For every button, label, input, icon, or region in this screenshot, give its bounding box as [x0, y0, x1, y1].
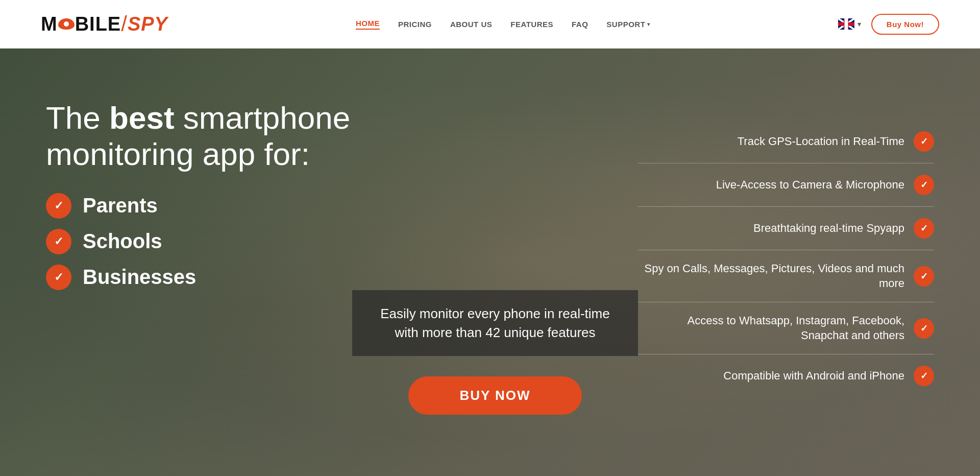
audience-label-schools: Schools — [83, 230, 162, 253]
feature-row: Compatible with Android and iPhone ✓ — [638, 354, 934, 397]
nav-about-us[interactable]: ABOUT US — [450, 20, 492, 29]
logo-eye-icon — [58, 18, 75, 30]
hero-audience-list: ✓ Parents ✓ Schools ✓ Businesses — [46, 193, 352, 290]
feature-text-camera: Live-Access to Camera & Microphone — [716, 178, 904, 193]
hero-section: The best smartphonemonitoring app for: ✓… — [0, 49, 980, 476]
feature-row: Track GPS-Location in Real-Time ✓ — [638, 120, 934, 163]
hero-content: The best smartphonemonitoring app for: ✓… — [0, 49, 980, 476]
check-icon-camera: ✓ — [914, 175, 934, 195]
feature-row: Access to Whatsapp, Instagram, Facebook,… — [638, 302, 934, 354]
check-icon-schools: ✓ — [46, 229, 71, 254]
list-item: ✓ Parents — [46, 193, 352, 219]
check-icon-spyapp: ✓ — [914, 218, 934, 239]
feature-row: Live-Access to Camera & Microphone ✓ — [638, 163, 934, 207]
list-item: ✓ Schools — [46, 229, 352, 254]
nav-faq[interactable]: FAQ — [572, 20, 588, 29]
nav-features[interactable]: FEATURES — [510, 20, 553, 29]
buy-now-header-button[interactable]: Buy Now! — [871, 14, 939, 35]
language-dropdown-icon: ▾ — [857, 20, 861, 28]
feature-text-calls: Spy on Calls, Messages, Pictures, Videos… — [638, 261, 904, 291]
hero-right-column: Track GPS-Location in Real-Time ✓ Live-A… — [638, 79, 934, 445]
check-icon-parents: ✓ — [46, 193, 71, 219]
buy-now-hero-button[interactable]: BUY NOW — [408, 376, 581, 415]
audience-label-businesses: Businesses — [83, 266, 196, 289]
uk-flag-icon — [838, 18, 854, 30]
flag-cross — [838, 18, 854, 30]
check-icon-gps: ✓ — [914, 131, 934, 152]
hero-headline-bold: best — [109, 100, 174, 135]
feature-text-social: Access to Whatsapp, Instagram, Facebook,… — [638, 314, 904, 343]
audience-label-parents: Parents — [83, 194, 158, 217]
hero-left-column: The best smartphonemonitoring app for: ✓… — [46, 79, 352, 445]
feature-text-compatible: Compatible with Android and iPhone — [723, 369, 904, 384]
hero-headline-plain: The — [46, 100, 109, 135]
list-item: ✓ Businesses — [46, 265, 352, 290]
header: M BILE / SPY HOME PRICING ABOUT US FEATU… — [0, 0, 980, 49]
logo[interactable]: M BILE / SPY — [41, 12, 168, 36]
feature-row: Spy on Calls, Messages, Pictures, Videos… — [638, 250, 934, 302]
check-icon-compatible: ✓ — [914, 366, 934, 386]
language-selector[interactable]: ▾ — [838, 18, 861, 30]
hero-center-column: Easily monitor every phone in real-time … — [352, 79, 638, 445]
nav-home[interactable]: HOME — [356, 19, 380, 30]
logo-text-spy: SPY — [128, 13, 168, 35]
nav-pricing[interactable]: PRICING — [398, 20, 432, 29]
logo-text-m: M — [41, 13, 58, 35]
hero-headline: The best smartphonemonitoring app for: — [46, 100, 352, 173]
hero-subtitle: Easily monitor every phone in real-time … — [352, 290, 638, 356]
header-right: ▾ Buy Now! — [838, 14, 939, 35]
main-nav: HOME PRICING ABOUT US FEATURES FAQ SUPPO… — [356, 19, 650, 30]
check-icon-calls: ✓ — [914, 266, 934, 287]
check-icon-social: ✓ — [914, 318, 934, 339]
logo-text-bile: BILE — [75, 13, 121, 35]
nav-support[interactable]: SUPPORT ▾ — [606, 20, 650, 29]
logo-slash: / — [121, 12, 128, 36]
feature-text-gps: Track GPS-Location in Real-Time — [738, 134, 904, 149]
check-icon-businesses: ✓ — [46, 265, 71, 290]
feature-row: Breathtaking real-time Spyapp ✓ — [638, 207, 934, 250]
feature-text-spyapp: Breathtaking real-time Spyapp — [753, 221, 904, 236]
support-chevron-icon: ▾ — [647, 21, 650, 27]
